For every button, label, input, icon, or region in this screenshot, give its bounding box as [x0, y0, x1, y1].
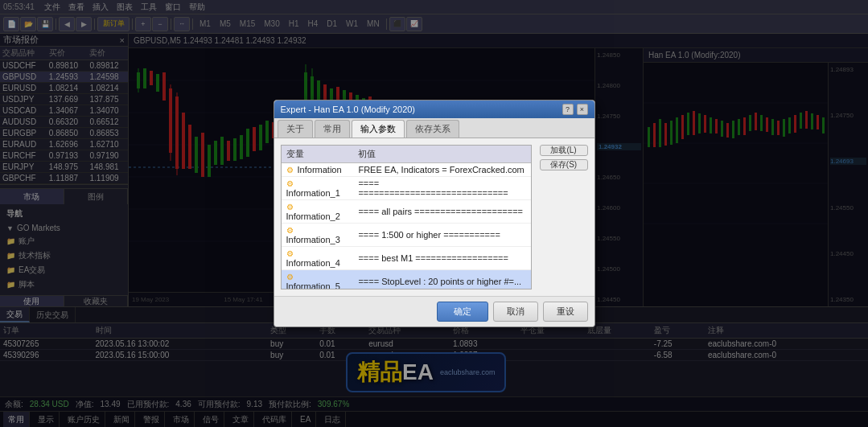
param-name: ⚙ Information_3 [282, 224, 354, 247]
param-name: ⚙ Information_1 [282, 177, 354, 200]
modal-footer-buttons: 确定 取消 重设 [437, 302, 588, 322]
expert-modal: Expert - Han EA 1.0 (Modify 2020) ? × 关于… [274, 100, 595, 327]
param-col-var: 变量 [282, 146, 354, 163]
modal-title: Expert - Han EA 1.0 (Modify 2020) [281, 105, 416, 114]
param-icon: ⚙ [286, 249, 294, 258]
modal-titlebar: Expert - Han EA 1.0 (Modify 2020) ? × [274, 101, 594, 118]
param-row-Information_4[interactable]: ⚙ Information_4 ==== best M1 ===========… [282, 247, 531, 270]
load-btn[interactable]: 加载(L) [540, 145, 588, 156]
param-table-container: 变量 初值 ⚙ Information FREE EA, Indicators … [281, 145, 532, 289]
ok-btn[interactable]: 确定 [437, 302, 488, 322]
param-table: 变量 初值 ⚙ Information FREE EA, Indicators … [282, 146, 531, 289]
modal-content-row: 变量 初值 ⚙ Information FREE EA, Indicators … [281, 145, 588, 289]
param-icon: ⚙ [286, 226, 294, 235]
modal-tab-常用[interactable]: 常用 [315, 120, 350, 138]
modal-help-btn[interactable]: ? [562, 104, 574, 115]
modal-tabs: 关于常用输入参数依存关系 [274, 118, 594, 138]
modal-close-btn[interactable]: × [577, 104, 588, 115]
modal-controls: ? × [562, 104, 588, 115]
param-icon: ⚙ [286, 179, 294, 188]
param-icon: ⚙ [286, 273, 294, 281]
param-value: ==== StopLevel : 20 points or higher #=.… [353, 270, 530, 290]
modal-tab-关于[interactable]: 关于 [278, 120, 313, 138]
modal-tab-输入参数[interactable]: 输入参数 [352, 120, 405, 138]
param-value: FREE EA, Indicators = ForexCracked.com [353, 163, 530, 177]
param-icon: ⚙ [286, 203, 294, 211]
param-value: ==== best M1 ================== [353, 247, 530, 270]
param-row-Information_5[interactable]: ⚙ Information_5 ==== StopLevel : 20 poin… [282, 270, 531, 290]
param-row-Information[interactable]: ⚙ Information FREE EA, Indicators = Fore… [282, 163, 531, 177]
reset-btn[interactable]: 重设 [543, 302, 588, 322]
modal-overlay: Expert - Han EA 1.0 (Modify 2020) ? × 关于… [0, 0, 868, 427]
side-action-buttons: 加载(L) 保存(S) [540, 145, 588, 289]
modal-body: 变量 初值 ⚙ Information FREE EA, Indicators … [274, 138, 594, 296]
param-col-val: 初值 [353, 146, 530, 163]
param-value: ==== all pairs ===================== [353, 200, 530, 224]
param-icon: ⚙ [286, 166, 294, 174]
modal-footer: 确定 取消 重设 [274, 296, 594, 326]
param-name: ⚙ Information [282, 163, 354, 177]
param-table-wrapper[interactable]: 变量 初值 ⚙ Information FREE EA, Indicators … [281, 145, 532, 289]
param-value: ==== ============================= [353, 177, 530, 200]
param-row-Information_2[interactable]: ⚙ Information_2 ==== all pairs =========… [282, 200, 531, 224]
cancel-btn[interactable]: 取消 [493, 302, 538, 322]
param-name: ⚙ Information_5 [282, 270, 354, 290]
param-name: ⚙ Information_4 [282, 247, 354, 270]
param-name: ⚙ Information_2 [282, 200, 354, 224]
param-row-Information_1[interactable]: ⚙ Information_1 ==== ===================… [282, 177, 531, 200]
param-value: ==== 1:500 or higher =========== [353, 224, 530, 247]
save-btn[interactable]: 保存(S) [540, 159, 588, 170]
modal-tab-依存关系[interactable]: 依存关系 [406, 120, 459, 138]
param-row-Information_3[interactable]: ⚙ Information_3 ==== 1:500 or higher ===… [282, 224, 531, 247]
